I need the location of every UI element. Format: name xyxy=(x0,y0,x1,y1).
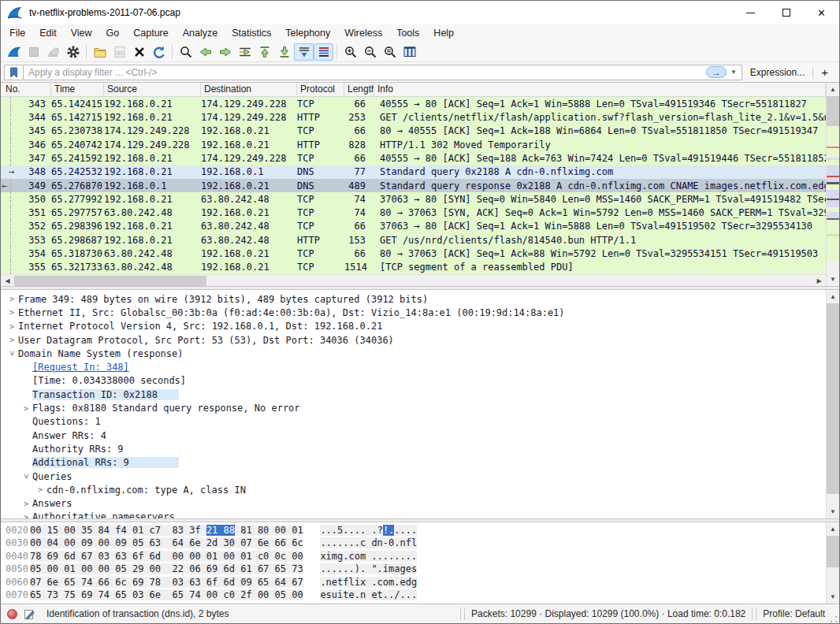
hex-row-0030[interactable]: 003000 04 00 09 00 09 05 63 64 6e 2d 30 … xyxy=(6,537,826,550)
scroll-down-icon[interactable]: ▼ xyxy=(827,590,839,604)
resize-columns-button[interactable] xyxy=(400,43,419,61)
filter-bookmark-button[interactable] xyxy=(4,65,23,80)
packet-row-349[interactable]: 34965.276870192.168.0.1192.168.0.21DNS48… xyxy=(1,179,826,192)
column-header-no[interactable]: No. xyxy=(1,83,51,96)
capture-options-button[interactable] xyxy=(63,43,83,61)
go-to-packet-button[interactable] xyxy=(235,43,255,61)
column-header-protocol[interactable]: Protocol xyxy=(297,83,344,96)
expand-icon[interactable]: > xyxy=(6,307,18,318)
expert-info-icon[interactable] xyxy=(7,609,17,619)
packet-row-347[interactable]: 34765.241592192.168.0.21174.129.249.228T… xyxy=(1,151,826,165)
hex-row-0050[interactable]: 005005 00 01 00 00 05 29 00 22 06 69 6d … xyxy=(6,563,826,576)
detail-line[interactable]: Questions: 1 xyxy=(1,415,826,429)
go-forward-button[interactable] xyxy=(215,43,235,61)
colorize-button[interactable] xyxy=(314,43,333,61)
collapse-icon[interactable]: > xyxy=(7,347,17,360)
detail-line[interactable]: [Request In: 348] xyxy=(1,360,826,373)
packet-row-346[interactable]: 34665.240742174.129.249.228192.168.0.21H… xyxy=(1,138,826,151)
display-filter-input[interactable]: Apply a display filter ... <Ctrl-/> → ▼ xyxy=(23,65,742,80)
packet-list-vscrollbar[interactable]: ▲ ▼ xyxy=(826,83,839,286)
menu-item-view[interactable]: View xyxy=(64,26,99,40)
expression-button[interactable]: Expression... xyxy=(742,67,812,78)
go-first-button[interactable] xyxy=(255,43,274,61)
hex-row-0060[interactable]: 006007 6e 65 74 66 6c 69 78 03 63 6f 6d … xyxy=(6,577,826,589)
menu-item-wireless[interactable]: Wireless xyxy=(337,26,389,40)
detail-line[interactable]: Answer RRs: 4 xyxy=(1,429,826,442)
scroll-left-icon[interactable]: ◀ xyxy=(1,275,14,287)
detail-line[interactable]: >cdn-0.nflximg.com: type A, class IN xyxy=(1,483,826,496)
reload-button[interactable] xyxy=(149,43,169,61)
menu-item-help[interactable]: Help xyxy=(426,26,461,40)
expand-icon[interactable]: > xyxy=(6,321,18,332)
hex-row-0070[interactable]: 007065 73 75 69 74 65 03 6e 65 74 00 c0 … xyxy=(6,589,826,602)
column-header-length[interactable]: Length xyxy=(344,83,374,96)
apply-filter-button[interactable]: → xyxy=(706,66,727,78)
column-header-destination[interactable]: Destination xyxy=(201,83,297,96)
menu-item-go[interactable]: Go xyxy=(99,26,127,40)
menu-item-tools[interactable]: Tools xyxy=(389,26,426,40)
packet-row-348[interactable]: 34865.242532192.168.0.21192.168.0.1DNS77… xyxy=(1,165,826,179)
resize-grip[interactable] xyxy=(830,615,838,623)
go-last-button[interactable] xyxy=(274,43,294,61)
detail-line[interactable]: >Domain Name System (response) xyxy=(1,347,826,360)
menu-item-statistics[interactable]: Statistics xyxy=(225,26,278,40)
add-filter-button[interactable]: + xyxy=(813,65,836,79)
menu-item-edit[interactable]: Edit xyxy=(32,26,64,40)
detail-line[interactable]: [Time: 0.034338000 seconds] xyxy=(1,374,826,388)
packet-row-353[interactable]: 35365.298687192.168.0.2163.80.242.48HTTP… xyxy=(1,233,826,247)
packet-list-hscrollbar[interactable]: ◀ ▶ xyxy=(1,274,826,286)
close-button[interactable]: ✕ xyxy=(804,1,839,24)
packet-row-351[interactable]: 35165.29775763.80.242.48192.168.0.21TCP7… xyxy=(1,206,826,220)
hex-row-0040[interactable]: 004078 69 6d 67 03 63 6f 6d 00 00 01 00 … xyxy=(6,551,826,563)
expand-icon[interactable]: > xyxy=(20,403,32,414)
detail-line[interactable]: >Authoritative nameservers xyxy=(1,511,826,518)
detail-line[interactable]: Authority RRs: 9 xyxy=(1,442,826,455)
detail-line[interactable]: >Flags: 0x8180 Standard query response, … xyxy=(1,401,826,414)
scroll-down-icon[interactable]: ▼ xyxy=(827,505,839,518)
packet-row-344[interactable]: 34465.142715192.168.0.21174.129.249.228H… xyxy=(1,110,826,124)
file-close-button[interactable] xyxy=(129,43,149,61)
detail-line[interactable]: >Internet Protocol Version 4, Src: 192.1… xyxy=(1,320,826,333)
packet-row-355[interactable]: 35565.32173363.80.242.48192.168.0.21TCP1… xyxy=(1,261,826,274)
packet-row-343[interactable]: 34365.142415192.168.0.21174.129.249.228T… xyxy=(1,97,826,110)
bytes-vscrollbar[interactable]: ▲ ▼ xyxy=(826,522,839,604)
vscroll-thumb[interactable] xyxy=(827,303,839,494)
menu-item-telephony[interactable]: Telephony xyxy=(278,26,337,40)
hscroll-thumb[interactable] xyxy=(14,276,206,286)
go-back-button[interactable] xyxy=(195,43,215,61)
file-open-button[interactable] xyxy=(90,43,110,61)
packet-row-350[interactable]: 35065.277992192.168.0.2163.80.242.48TCP7… xyxy=(1,192,826,206)
scroll-up-icon[interactable]: ▲ xyxy=(827,522,839,536)
expand-icon[interactable]: > xyxy=(6,335,18,345)
auto-scroll-button[interactable] xyxy=(294,43,314,61)
expand-icon[interactable]: > xyxy=(6,294,18,304)
request-in-link[interactable]: [Request In: 348] xyxy=(32,362,129,373)
expand-icon[interactable]: > xyxy=(20,499,32,509)
detail-line[interactable]: >Queries xyxy=(1,470,826,483)
detail-line[interactable]: >Ethernet II, Src: Globalsc_00:3b:0a (f0… xyxy=(1,306,826,319)
zoom-reset-button[interactable] xyxy=(380,43,400,61)
detail-line[interactable]: >Answers xyxy=(1,496,826,510)
column-header-time[interactable]: Time xyxy=(51,83,104,96)
scroll-up-icon[interactable]: ▲ xyxy=(827,83,839,96)
vscroll-thumb[interactable] xyxy=(827,536,839,567)
zoom-in-button[interactable] xyxy=(340,43,360,61)
scroll-right-icon[interactable]: ▶ xyxy=(812,275,826,287)
expand-icon[interactable]: > xyxy=(20,512,32,518)
collapse-icon[interactable]: > xyxy=(21,470,32,483)
capture-start-button[interactable] xyxy=(4,43,24,61)
packet-row-352[interactable]: 35265.298396192.168.0.2163.80.242.48TCP6… xyxy=(1,220,826,233)
menu-item-analyze[interactable]: Analyze xyxy=(176,26,225,40)
expand-icon[interactable]: > xyxy=(34,485,46,495)
details-vscrollbar[interactable]: ▲ ▼ xyxy=(826,290,839,518)
detail-line[interactable]: Additional RRs: 9 xyxy=(1,456,826,470)
column-header-source[interactable]: Source xyxy=(104,83,201,96)
minimize-button[interactable] xyxy=(733,1,768,24)
scroll-up-icon[interactable]: ▲ xyxy=(827,290,839,303)
maximize-button[interactable] xyxy=(768,1,804,24)
zoom-out-button[interactable] xyxy=(360,43,380,61)
filter-dropdown-caret-icon[interactable]: ▼ xyxy=(729,69,742,76)
vscroll-thumb[interactable] xyxy=(827,96,839,126)
detail-line[interactable]: Transaction ID: 0x2188 xyxy=(1,388,826,401)
find-packet-button[interactable] xyxy=(176,43,195,61)
